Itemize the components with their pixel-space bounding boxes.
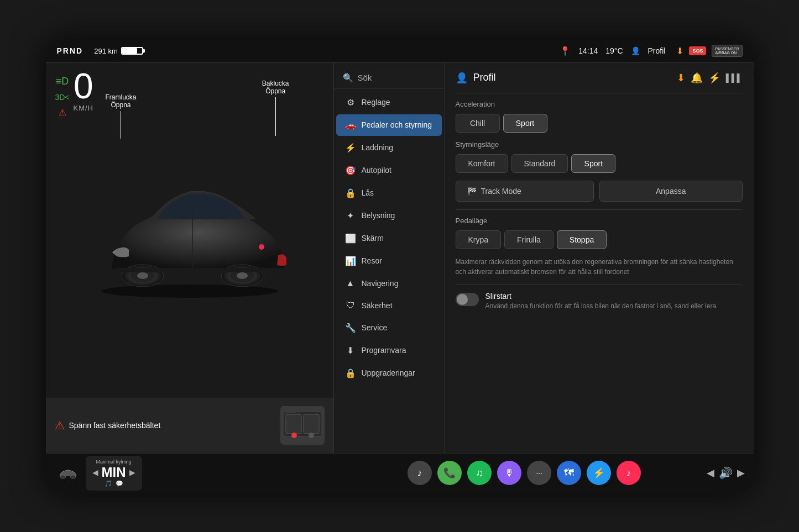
pedaler-icon: 🚗 bbox=[345, 120, 356, 130]
sakerhet-icon: 🛡 bbox=[345, 301, 356, 310]
main-area: ≡D 3D< ⚠ 0 KM/H FramluckaÖppna BakluckaÖ… bbox=[46, 63, 754, 453]
sidebar-item-reglage[interactable]: ⚙ Reglage bbox=[336, 92, 442, 113]
acceleration-chill-btn[interactable]: Chill bbox=[456, 114, 500, 133]
taskbar-more-icon[interactable]: ··· bbox=[527, 461, 551, 485]
track-mode-label: Track Mode bbox=[481, 187, 521, 196]
car-svg bbox=[74, 161, 306, 299]
taskbar: Maximal kylning ◀ MIN ▶ 🎵 💬 ♪ 📞 ♫ 🎙 ··· … bbox=[46, 453, 754, 493]
reglage-label: Reglage bbox=[362, 98, 390, 107]
settings-icons: ⬇ 🔔 ⚡ ▌▌▌ bbox=[677, 72, 743, 84]
styrning-komfort-btn[interactable]: Komfort bbox=[456, 154, 508, 173]
download-settings-icon: ⬇ bbox=[677, 72, 685, 84]
left-panel: ≡D 3D< ⚠ 0 KM/H FramluckaÖppna BakluckaÖ… bbox=[46, 63, 333, 453]
navigering-label: Navigering bbox=[362, 279, 399, 288]
pedal-frirulla-btn[interactable]: Frirulla bbox=[504, 230, 553, 249]
sakerhet-label: Säkerhet bbox=[362, 301, 393, 310]
autopilot-icon: 🎯 bbox=[345, 165, 356, 176]
slirstart-toggle[interactable] bbox=[456, 293, 479, 306]
sidebar-item-navigering[interactable]: ▲ Navigering bbox=[336, 273, 442, 294]
taskbar-bluetooth-icon[interactable]: ⚡ bbox=[587, 461, 611, 485]
programvara-icon: ⬇ bbox=[345, 345, 356, 356]
battery-info: 291 km bbox=[94, 47, 143, 55]
profile-label: Profil bbox=[648, 46, 666, 55]
label-framlucka: FramluckaÖppna bbox=[106, 93, 137, 141]
settings-header: 👤 Profil ⬇ 🔔 ⚡ ▌▌▌ bbox=[456, 72, 743, 84]
skarm-label: Skärm bbox=[362, 234, 384, 243]
car-taskbar-icon[interactable] bbox=[55, 460, 81, 486]
svg-rect-15 bbox=[285, 409, 296, 413]
volume-icon[interactable]: 🔊 bbox=[719, 466, 733, 480]
warning-text: Spänn fast säkerhetsbältet bbox=[69, 420, 161, 430]
sidebar-item-uppgraderingar[interactable]: 🔒 Uppgraderingar bbox=[336, 362, 442, 384]
uppgraderingar-icon: 🔒 bbox=[345, 368, 356, 378]
acceleration-label: Acceleration bbox=[456, 100, 743, 108]
styrningslage-btn-group: Komfort Standard Sport bbox=[456, 154, 743, 173]
slirstart-row: Slirstart Använd denna funktion för att … bbox=[456, 292, 743, 311]
belysning-label: Belysning bbox=[362, 211, 395, 220]
sidebar-item-laddning[interactable]: ⚡ Laddning bbox=[336, 137, 442, 159]
taskbar-apple-icon[interactable]: ♪ bbox=[617, 461, 641, 485]
sidebar-item-programvara[interactable]: ⬇ Programvara bbox=[336, 340, 442, 361]
taskbar-spotify-icon[interactable]: ♫ bbox=[467, 461, 492, 485]
sidebar-item-sakerhet[interactable]: 🛡 Säkerhet bbox=[336, 295, 442, 316]
label-baklucka: BakluckaÖppna bbox=[262, 80, 289, 138]
anpassa-btn[interactable]: Anpassa bbox=[599, 181, 743, 202]
pedal-krypa-btn[interactable]: Krypa bbox=[456, 230, 502, 249]
track-mode-row: 🏁 Track Mode Anpassa bbox=[456, 181, 743, 202]
search-icon: 🔍 bbox=[343, 73, 353, 83]
sidebar-item-pedaler[interactable]: 🚗 Pedaler och styrning bbox=[336, 114, 442, 136]
sidebar-item-resor[interactable]: 📊 Resor bbox=[336, 250, 442, 272]
divider-1 bbox=[456, 93, 743, 93]
signal-icon: ▌▌▌ bbox=[726, 73, 743, 82]
svg-point-13 bbox=[291, 433, 297, 438]
cooling-value: MIN bbox=[102, 465, 126, 480]
search-bar[interactable]: 🔍 Sök bbox=[334, 67, 444, 89]
bluetooth-settings-icon: ⚡ bbox=[708, 72, 720, 84]
styrning-sport-btn[interactable]: Sport bbox=[571, 154, 615, 173]
right-panel: 🔍 Sök ⚙ Reglage 🚗 Pedaler och styrning ⚡… bbox=[333, 63, 754, 453]
pedal-stoppa-btn[interactable]: Stoppa bbox=[557, 230, 607, 249]
settings-title: Profil bbox=[473, 72, 671, 83]
svg-rect-9 bbox=[115, 268, 284, 272]
sos-button[interactable]: SOS bbox=[689, 46, 706, 55]
reglage-icon: ⚙ bbox=[345, 97, 356, 108]
sidebar-item-service[interactable]: 🔧 Service bbox=[336, 317, 442, 339]
sidebar-item-autopilot[interactable]: 🎯 Autopilot bbox=[336, 160, 442, 181]
warning-area: ⚠ Spänn fast säkerhetsbältet bbox=[55, 419, 273, 432]
slirstart-title: Slirstart bbox=[485, 292, 718, 301]
taskbar-podcast-icon[interactable]: 🎙 bbox=[497, 461, 521, 485]
sidebar-item-las[interactable]: 🔒 Lås bbox=[336, 182, 442, 204]
pedallage-label: Pedalläge bbox=[456, 217, 743, 225]
programvara-label: Programvara bbox=[362, 346, 406, 355]
taskbar-phone-icon[interactable]: 📞 bbox=[437, 461, 462, 485]
airbag-button[interactable]: PASSENGERAIRBAG ON bbox=[712, 45, 742, 57]
clock: 14:14 bbox=[578, 46, 598, 55]
sidebar-item-skarm[interactable]: ⬜ Skärm bbox=[336, 228, 442, 249]
sidebar-item-belysning[interactable]: ✦ Belysning bbox=[336, 205, 442, 227]
taskbar-right: ◀ 🔊 ▶ bbox=[707, 466, 745, 480]
anpassa-label: Anpassa bbox=[656, 187, 686, 196]
temperature: 19°C bbox=[605, 46, 623, 55]
volume-prev-btn[interactable]: ◀ bbox=[707, 467, 714, 479]
las-icon: 🔒 bbox=[345, 188, 356, 198]
svg-point-5 bbox=[137, 272, 148, 279]
taskbar-music-icon[interactable]: ♪ bbox=[408, 461, 432, 485]
taskbar-left: Maximal kylning ◀ MIN ▶ 🎵 💬 bbox=[55, 456, 342, 491]
cooling-sub-icon2: 💬 bbox=[116, 480, 123, 487]
service-icon: 🔧 bbox=[345, 323, 356, 333]
cooling-info: Maximal kylning ◀ MIN ▶ 🎵 💬 bbox=[86, 456, 142, 491]
acceleration-sport-btn[interactable]: Sport bbox=[503, 114, 547, 133]
styrningslage-label: Styrningsläge bbox=[456, 140, 743, 149]
track-mode-btn[interactable]: 🏁 Track Mode bbox=[456, 181, 594, 202]
pedaler-label: Pedaler och styrning bbox=[362, 120, 432, 129]
volume-next-btn[interactable]: ▶ bbox=[737, 467, 745, 479]
taskbar-nav-icon[interactable]: 🗺 bbox=[557, 461, 581, 485]
svg-point-17 bbox=[70, 475, 76, 478]
trunk-image bbox=[280, 406, 325, 445]
styrning-standard-btn[interactable]: Standard bbox=[511, 154, 568, 173]
cooling-next-arrow[interactable]: ▶ bbox=[129, 468, 135, 477]
bell-icon: 🔔 bbox=[691, 72, 703, 84]
cooling-prev-arrow[interactable]: ◀ bbox=[92, 468, 98, 477]
status-center: 📍 14:14 19°C 👤 Profil bbox=[560, 46, 665, 56]
slirstart-text: Slirstart Använd denna funktion för att … bbox=[485, 292, 718, 311]
